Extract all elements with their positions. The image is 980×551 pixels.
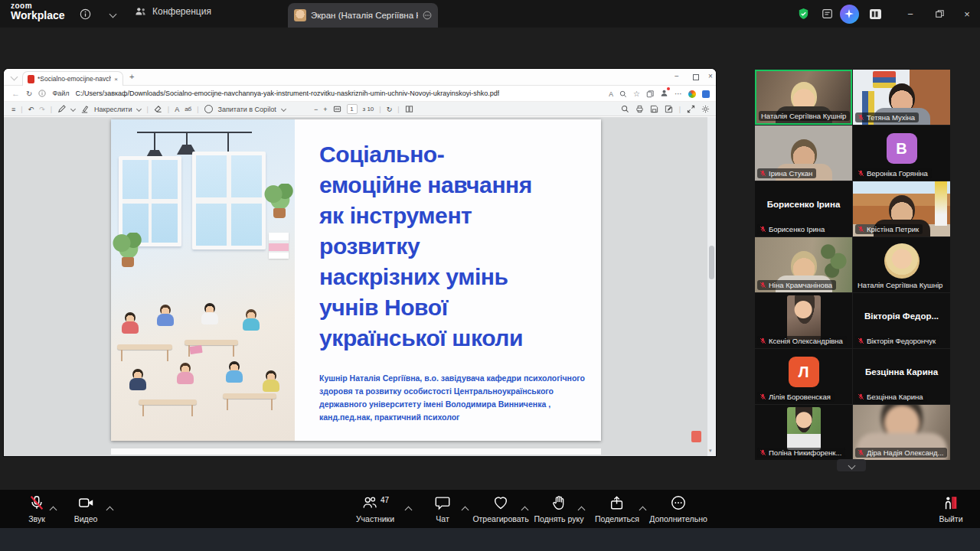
pdf-menu-icon[interactable]: ≡: [11, 106, 15, 113]
collections-icon[interactable]: [646, 90, 654, 98]
scrollbar-thumb[interactable]: [709, 246, 714, 279]
more-button[interactable]: Дополнительно: [645, 494, 711, 523]
copilot-label[interactable]: Запитати в Copilot: [218, 106, 276, 113]
tab-search-chevron-icon[interactable]: [11, 73, 18, 81]
browser-tab-pdf[interactable]: *Socialno-emocijne-navchannya-y... ×: [22, 71, 123, 86]
muted-mic-icon: [760, 282, 766, 289]
participant-tile[interactable]: В Вероніка Горяніна: [853, 126, 950, 181]
edge-sidebar-icon[interactable]: [702, 90, 710, 98]
page-number-input[interactable]: 1: [347, 104, 358, 114]
slide-title-line: як інструмент: [319, 201, 589, 231]
favorites-star-icon[interactable]: ☆: [633, 90, 640, 98]
participant-tile[interactable]: Л Лілія Боровенская: [755, 349, 852, 404]
panel-view-icon[interactable]: [865, 4, 885, 24]
chat-button[interactable]: Чат: [421, 494, 464, 523]
slide-subtitle-line: державного університету імені Володимира…: [319, 398, 595, 411]
browser-minimize-button[interactable]: −: [675, 72, 679, 80]
rotate-page-icon[interactable]: ↻: [387, 106, 393, 113]
window-minimize-button[interactable]: −: [900, 4, 920, 24]
react-options-chevron[interactable]: [522, 502, 528, 516]
notes-icon[interactable]: [818, 4, 838, 24]
audio-options-chevron[interactable]: [51, 502, 56, 516]
letter-avatar: Л: [789, 357, 819, 387]
photo-avatar: [884, 243, 920, 279]
draw-chevron-icon[interactable]: [136, 106, 142, 112]
video-button[interactable]: Видео: [64, 494, 107, 523]
info-icon[interactable]: [77, 6, 93, 21]
video-options-chevron[interactable]: [107, 502, 113, 516]
page-info-icon[interactable]: [38, 90, 46, 97]
ai-companion-icon[interactable]: [839, 4, 859, 24]
participants-options-chevron[interactable]: [406, 502, 411, 516]
browser-more-icon[interactable]: ⋯: [675, 90, 682, 98]
share-options-chevron[interactable]: [640, 502, 645, 516]
participant-tile[interactable]: Крістіна Петрик: [853, 181, 950, 236]
participant-tile[interactable]: Безцінна Карина Безцінна Карина: [853, 349, 950, 404]
participant-tile[interactable]: Вікторія Федор... Вікторія Федорончук: [853, 293, 950, 348]
browser-close-button[interactable]: ×: [708, 72, 713, 80]
illustration-plant: [113, 233, 143, 267]
browser-address-bar[interactable]: ← ↻ Файл C:/Users/завкаф/Downloads/Socia…: [4, 86, 716, 102]
separator: |: [397, 106, 399, 113]
tab-meeting[interactable]: Конференция: [135, 6, 211, 17]
redo-icon[interactable]: ↷: [39, 106, 45, 113]
copilot-chevron-icon[interactable]: [281, 106, 286, 112]
titlebar-chevron-down-icon[interactable]: [104, 6, 121, 21]
tab-screen-share[interactable]: Экран (Наталія Сергіївна Кушнір: [288, 3, 438, 28]
zoom-page-icon[interactable]: [619, 90, 627, 98]
participant-name: Поліна Никифоренк...: [769, 448, 841, 457]
zoom-in-button[interactable]: +: [323, 106, 327, 113]
new-tab-button[interactable]: +: [129, 72, 134, 81]
save-as-icon[interactable]: [665, 105, 673, 113]
settings-gear-icon[interactable]: [701, 105, 710, 113]
participant-tile[interactable]: Наталія Сергіївна Кушнір: [755, 70, 852, 125]
share-button[interactable]: Поделиться: [590, 494, 645, 523]
pen-icon[interactable]: [57, 105, 66, 113]
leave-button[interactable]: Выйти: [928, 494, 974, 523]
slide-page-1: Соціально- емоційне навчання як інструме…: [111, 119, 601, 441]
fullscreen-icon[interactable]: [687, 105, 695, 113]
scrollbar-down-arrow[interactable]: ▾: [709, 448, 712, 454]
participant-name: Вікторія Федорончук: [867, 337, 936, 345]
ellipsis-circle-icon[interactable]: [423, 10, 432, 21]
url-text[interactable]: C:/Users/завкаф/Downloads/Socialno-emoci…: [76, 90, 500, 97]
browser-maximize-button[interactable]: [693, 74, 699, 80]
read-aloud-button[interactable]: A: [175, 106, 179, 113]
highlighter-icon[interactable]: [80, 105, 89, 113]
undo-icon[interactable]: ↶: [28, 106, 34, 113]
print-icon[interactable]: [635, 105, 644, 113]
window-close-button[interactable]: ×: [957, 4, 977, 24]
participant-tile[interactable]: Діра Надія Олександ...: [853, 405, 950, 460]
participant-tile[interactable]: Ксенія Олександрівна: [755, 293, 852, 348]
extension-icon[interactable]: [688, 90, 696, 98]
zoom-out-button[interactable]: −: [314, 106, 318, 113]
participant-tile[interactable]: Ірина Стукан: [755, 126, 852, 181]
participants-button[interactable]: 47 Участники: [346, 494, 404, 523]
participant-tile[interactable]: Тетяна Мухіна: [853, 70, 950, 125]
page-view-icon[interactable]: [405, 105, 413, 113]
translate-button[interactable]: аб: [185, 106, 191, 112]
window-restore-button[interactable]: [929, 4, 949, 24]
pdf-scrollbar[interactable]: ▾: [707, 117, 716, 456]
profile-avatar-icon[interactable]: [660, 89, 668, 99]
search-doc-icon[interactable]: [621, 105, 629, 113]
more-participants-button[interactable]: [837, 459, 866, 471]
security-shield-icon[interactable]: [793, 4, 813, 24]
back-icon[interactable]: ←: [11, 89, 20, 98]
read-aloud-icon[interactable]: A: [609, 90, 613, 98]
participant-tile[interactable]: Ніна Крамчанінова: [755, 237, 852, 292]
participant-tile[interactable]: Наталія Сергіївна Кушнір: [853, 237, 950, 292]
pen-chevron-icon[interactable]: [70, 106, 76, 112]
draw-label[interactable]: Накреслити: [94, 106, 132, 113]
save-icon[interactable]: [650, 105, 658, 113]
participant-name-label: Борисенко Ірина: [757, 224, 828, 234]
acrobat-floating-icon[interactable]: [691, 431, 701, 442]
participant-tile[interactable]: Борисенко Ірина Борисенко Ірина: [755, 181, 852, 236]
fit-width-icon[interactable]: [333, 105, 341, 113]
raise-hand-options-chevron[interactable]: [579, 502, 584, 516]
heart-icon: [492, 494, 509, 511]
refresh-icon[interactable]: ↻: [26, 90, 32, 98]
tab-close-icon[interactable]: ×: [114, 76, 118, 83]
participant-tile[interactable]: Поліна Никифоренк...: [755, 405, 852, 460]
eraser-icon[interactable]: [154, 105, 162, 113]
